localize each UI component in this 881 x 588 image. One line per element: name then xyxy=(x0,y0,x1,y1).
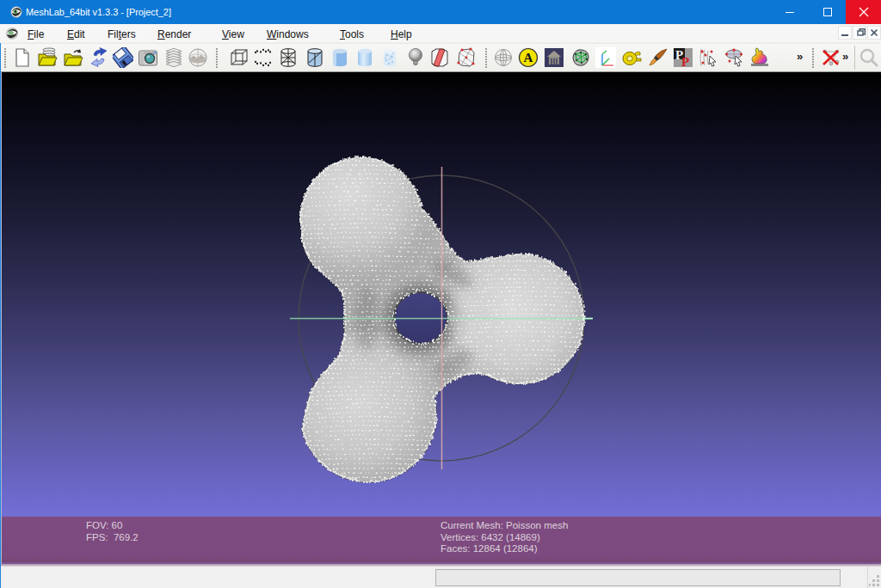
svg-text:A: A xyxy=(524,51,533,64)
svg-text:P: P xyxy=(681,55,689,68)
